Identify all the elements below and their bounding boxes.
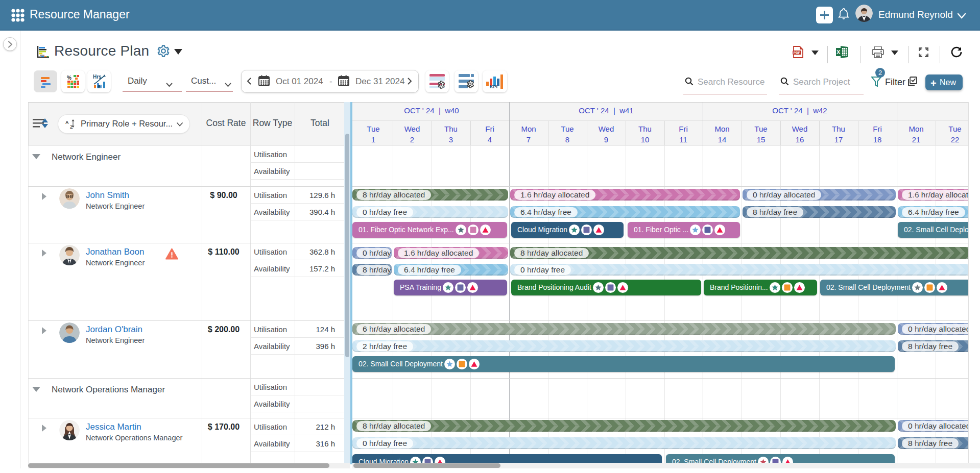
- svg-text:X: X: [836, 49, 841, 55]
- svg-text:PDF: PDF: [794, 51, 800, 55]
- svg-text:Z: Z: [70, 125, 73, 130]
- svg-text:A: A: [65, 120, 69, 125]
- svg-text:%: %: [67, 75, 71, 81]
- svg-text:KPI: KPI: [490, 84, 497, 89]
